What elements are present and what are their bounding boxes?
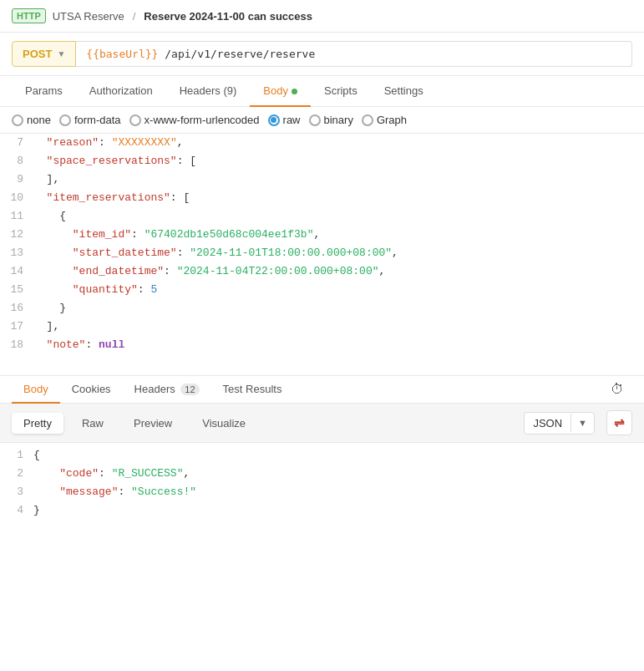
radio-raw[interactable]: raw: [268, 114, 301, 126]
line-content-7: "reason": "XXXXXXXX",: [30, 134, 187, 152]
line-content-13: "start_datetime": "2024-11-01T18:00:00.0…: [30, 244, 402, 262]
line-content-12: "item_id": "67402db1e50d68c004ee1f3b",: [30, 226, 323, 244]
radio-form-data[interactable]: form-data: [59, 114, 121, 126]
radio-binary-circle: [309, 114, 321, 126]
line-num-8: 8: [0, 152, 30, 170]
resp-tab-test-results[interactable]: Test Results: [211, 376, 294, 404]
radio-none[interactable]: none: [12, 114, 51, 126]
radio-form-data-circle: [59, 114, 71, 126]
line-content-16: }: [30, 299, 69, 318]
base-url: {{baseUrl}}: [86, 48, 158, 60]
resp-tab-body[interactable]: Body: [12, 376, 60, 404]
code-line-15: 15 "quantity": 5: [0, 281, 644, 299]
tab-headers[interactable]: Headers (9): [166, 76, 251, 107]
radio-binary-label: binary: [324, 114, 353, 126]
resp-line-2: 2 "code": "R_SUCCESS",: [0, 465, 644, 483]
history-icon[interactable]: ⏱: [602, 377, 632, 402]
fmt-btn-visualize[interactable]: Visualize: [190, 413, 257, 434]
line-content-10: "item_reservations": [: [30, 189, 193, 207]
body-dot: [292, 89, 297, 94]
line-content-18: "note": null: [30, 336, 128, 354]
radio-graph[interactable]: Graph: [362, 114, 407, 126]
resp-line-num-4: 4: [0, 501, 30, 520]
line-num-16: 16: [0, 299, 30, 318]
url-path: /api/v1/reserve/reserve: [158, 48, 315, 60]
fmt-btn-raw[interactable]: Raw: [70, 413, 115, 434]
request-code-area[interactable]: 7 "reason": "XXXXXXXX", 8 "space_reserva…: [0, 134, 644, 376]
tab-authorization[interactable]: Authorization: [76, 76, 166, 107]
line-content-14: "end_datetime": "2024-11-04T22:00:00.000…: [30, 262, 388, 281]
line-num-15: 15: [0, 281, 30, 299]
json-dropdown-arrow-icon: ▼: [570, 414, 594, 432]
line-num-11: 11: [0, 207, 30, 226]
tab-settings[interactable]: Settings: [371, 76, 437, 107]
code-line-7: 7 "reason": "XXXXXXXX",: [0, 134, 644, 152]
method-arrow-icon: ▼: [57, 49, 65, 58]
resp-line-1: 1 {: [0, 446, 644, 465]
radio-graph-label: Graph: [377, 114, 407, 126]
code-line-18: 18 "note": null: [0, 336, 644, 354]
top-bar: HTTP UTSA Reserve / Reserve 2024-11-00 c…: [0, 0, 644, 33]
radio-raw-circle: [268, 114, 280, 126]
code-line-13: 13 "start_datetime": "2024-11-01T18:00:0…: [0, 244, 644, 262]
breadcrumb-sep: /: [133, 10, 136, 23]
resp-line-num-1: 1: [0, 446, 30, 465]
radio-form-data-label: form-data: [74, 114, 121, 126]
breadcrumb-current: Reserve 2024-11-00 can success: [144, 10, 312, 23]
radio-urlencoded[interactable]: x-www-form-urlencoded: [129, 114, 260, 126]
tab-params[interactable]: Params: [12, 76, 76, 107]
resp-line-content-3: "message": "Success!": [30, 483, 200, 501]
resp-line-content-1: {: [30, 446, 43, 465]
line-num-14: 14: [0, 262, 30, 281]
code-line-14: 14 "end_datetime": "2024-11-04T22:00:00.…: [0, 262, 644, 281]
code-line-11: 11 {: [0, 207, 644, 226]
line-num-12: 12: [0, 226, 30, 244]
line-content-8: "space_reservations": [: [30, 152, 200, 170]
radio-binary[interactable]: binary: [309, 114, 353, 126]
line-num-10: 10: [0, 189, 30, 207]
resp-line-4: 4 }: [0, 501, 644, 520]
method-select[interactable]: POST ▼: [12, 41, 76, 67]
radio-raw-label: raw: [283, 114, 301, 126]
fmt-btn-pretty[interactable]: Pretty: [12, 413, 63, 434]
json-format-dropdown[interactable]: JSON ▼: [524, 412, 595, 435]
response-code-area: 1 { 2 "code": "R_SUCCESS", 3 "message": …: [0, 443, 644, 520]
radio-none-label: none: [27, 114, 51, 126]
request-bar: POST ▼ {{baseUrl}} /api/v1/reserve/reser…: [0, 33, 644, 76]
body-type-selector: none form-data x-www-form-urlencoded raw…: [0, 107, 644, 134]
fmt-btn-preview[interactable]: Preview: [122, 413, 184, 434]
radio-urlencoded-circle: [129, 114, 141, 126]
resp-line-content-2: "code": "R_SUCCESS",: [30, 465, 193, 483]
line-num-18: 18: [0, 336, 30, 354]
response-tabs: Body Cookies Headers 12 Test Results ⏱: [0, 376, 644, 404]
radio-urlencoded-label: x-www-form-urlencoded: [145, 114, 260, 126]
line-num-7: 7: [0, 134, 30, 152]
resp-line-num-2: 2: [0, 465, 30, 483]
resp-line-3: 3 "message": "Success!": [0, 483, 644, 501]
request-tabs: Params Authorization Headers (9) Body Sc…: [0, 76, 644, 107]
line-content-17: ],: [30, 318, 63, 336]
code-line-16: 16 }: [0, 299, 644, 318]
resp-tab-cookies[interactable]: Cookies: [60, 376, 123, 404]
tab-body[interactable]: Body: [250, 76, 311, 107]
resp-tab-headers[interactable]: Headers 12: [123, 376, 211, 404]
radio-graph-circle: [362, 114, 373, 126]
wrap-icon[interactable]: ⇌: [606, 410, 632, 435]
headers-count-badge: 12: [180, 384, 199, 395]
breadcrumb-parent[interactable]: UTSA Reserve: [53, 10, 124, 23]
line-content-15: "quantity": 5: [30, 281, 160, 299]
tab-scripts[interactable]: Scripts: [311, 76, 371, 107]
code-line-10: 10 "item_reservations": [: [0, 189, 644, 207]
code-line-9: 9 ],: [0, 170, 644, 189]
line-content-11: {: [30, 207, 69, 226]
json-format-label: JSON: [525, 413, 570, 434]
code-line-12: 12 "item_id": "67402db1e50d68c004ee1f3b"…: [0, 226, 644, 244]
line-content-9: ],: [30, 170, 63, 189]
format-bar: Pretty Raw Preview Visualize JSON ▼ ⇌: [0, 404, 644, 443]
url-input[interactable]: {{baseUrl}} /api/v1/reserve/reserve: [76, 41, 632, 67]
resp-line-num-3: 3: [0, 483, 30, 501]
radio-none-circle: [12, 114, 23, 126]
code-line-8: 8 "space_reservations": [: [0, 152, 644, 170]
http-badge: HTTP: [12, 8, 46, 23]
line-num-13: 13: [0, 244, 30, 262]
